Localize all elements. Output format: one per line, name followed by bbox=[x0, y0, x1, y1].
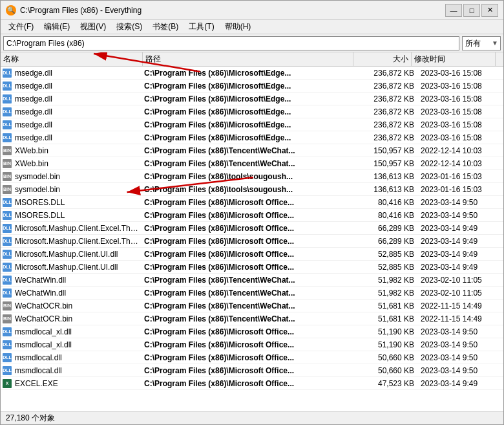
menu-item-f[interactable]: 文件(F) bbox=[3, 20, 39, 34]
app-icon: 🔍 bbox=[6, 5, 16, 16]
file-size: 236,872 KB bbox=[361, 133, 419, 142]
table-row[interactable]: DLLmsedge.dllC:\Program Files (x86)\Micr… bbox=[1, 80, 503, 93]
dll-icon: DLL bbox=[3, 353, 12, 362]
bin-icon: BIN bbox=[3, 314, 12, 323]
file-size: 52,885 KB bbox=[361, 250, 419, 259]
table-row[interactable]: DLLMicrosoft.Mashup.Client.UI.dllC:\Prog… bbox=[1, 261, 503, 274]
table-row[interactable]: DLLWeChatWin.dllC:\Program Files (x86)\T… bbox=[1, 287, 503, 300]
table-body[interactable]: DLLmsedge.dllC:\Program Files (x86)\Micr… bbox=[1, 67, 503, 411]
table-row[interactable]: DLLMicrosoft.Mashup.Client.Excel.Themes.… bbox=[1, 222, 503, 235]
table-row[interactable]: DLLmsedge.dllC:\Program Files (x86)\Micr… bbox=[1, 118, 503, 131]
file-path: C:\Program Files (x86)\Tencent\WeChat... bbox=[143, 146, 361, 155]
file-size: 236,872 KB bbox=[361, 82, 419, 91]
bin-icon: BIN bbox=[3, 301, 12, 311]
file-path: C:\Program Files (x86)\Tencent\WeChat... bbox=[143, 301, 361, 311]
file-date: 2023-03-14 9:49 bbox=[419, 379, 503, 388]
file-size: 51,190 KB bbox=[361, 327, 419, 336]
dll-icon: DLL bbox=[3, 94, 12, 104]
file-name: WeChatOCR.bin bbox=[14, 314, 143, 323]
dll-icon: DLL bbox=[3, 120, 12, 129]
table-row[interactable]: BINsysmodel.binC:\Program Files (x86)\to… bbox=[1, 170, 503, 183]
filter-dropdown[interactable]: 所有音乐视频图片文档 bbox=[462, 36, 501, 50]
file-name: msedge.dll bbox=[14, 82, 143, 91]
file-table-container: 名称 路径 大小 修改时间 DLLmsedge.dllC:\Program Fi… bbox=[1, 52, 503, 411]
file-name: WeChatOCR.bin bbox=[14, 301, 143, 311]
table-row[interactable]: DLLmsmdlocal_xl.dllC:\Program Files (x86… bbox=[1, 338, 503, 351]
file-name: sysmodel.bin bbox=[14, 172, 143, 181]
excel-icon: X bbox=[3, 379, 12, 388]
table-row[interactable]: BINsysmodel.binC:\Program Files (x86)\to… bbox=[1, 183, 503, 196]
title-bar: 🔍 C:\Program Files (x86) - Everything — … bbox=[1, 1, 503, 20]
menu-item-t[interactable]: 工具(T) bbox=[184, 20, 219, 34]
file-size: 51,681 KB bbox=[361, 301, 419, 311]
table-row[interactable]: DLLmsmdlocal.dllC:\Program Files (x86)\M… bbox=[1, 351, 503, 364]
file-size: 51,681 KB bbox=[361, 314, 419, 323]
maximize-button[interactable]: □ bbox=[463, 4, 480, 17]
bin-icon: BIN bbox=[3, 172, 12, 181]
table-row[interactable]: DLLmsedge.dllC:\Program Files (x86)\Micr… bbox=[1, 131, 503, 144]
file-name: msmdlocal_xl.dll bbox=[14, 327, 143, 336]
menu-item-b[interactable]: 书签(B) bbox=[147, 20, 184, 34]
window-controls: — □ ✕ bbox=[445, 4, 498, 17]
file-name: MSORES.DLL bbox=[14, 198, 143, 207]
file-size: 50,660 KB bbox=[361, 353, 419, 362]
table-row[interactable]: BINWeChatOCR.binC:\Program Files (x86)\T… bbox=[1, 312, 503, 325]
table-row[interactable]: DLLMicrosoft.Mashup.Client.Excel.Themes.… bbox=[1, 235, 503, 248]
file-date: 2023-01-16 15:03 bbox=[419, 172, 503, 181]
file-path: C:\Program Files (x86)\tools\sougoush... bbox=[143, 172, 361, 181]
search-input[interactable] bbox=[3, 36, 459, 50]
dll-icon: DLL bbox=[3, 211, 12, 220]
file-size: 51,982 KB bbox=[361, 289, 419, 298]
table-row[interactable]: BINWeChatOCR.binC:\Program Files (x86)\T… bbox=[1, 300, 503, 312]
close-button[interactable]: ✕ bbox=[481, 4, 498, 17]
table-row[interactable]: DLLmsmdlocal.dllC:\Program Files (x86)\M… bbox=[1, 364, 503, 377]
menu-item-h[interactable]: 帮助(H) bbox=[220, 20, 257, 34]
minimize-button[interactable]: — bbox=[445, 4, 462, 17]
file-path: C:\Program Files (x86)\Microsoft Office.… bbox=[143, 366, 361, 375]
file-date: 2023-03-14 9:50 bbox=[419, 211, 503, 220]
table-row[interactable]: DLLMSORES.DLLC:\Program Files (x86)\Micr… bbox=[1, 196, 503, 209]
bin-icon: BIN bbox=[3, 146, 12, 155]
table-row[interactable]: DLLWeChatWin.dllC:\Program Files (x86)\T… bbox=[1, 274, 503, 287]
menu-item-v[interactable]: 视图(V) bbox=[75, 20, 111, 34]
file-name: msedge.dll bbox=[14, 69, 143, 78]
file-date: 2023-03-16 15:08 bbox=[419, 69, 503, 78]
file-date: 2023-03-14 9:49 bbox=[419, 237, 503, 246]
table-row[interactable]: BINXWeb.binC:\Program Files (x86)\Tencen… bbox=[1, 157, 503, 170]
table-row[interactable]: DLLmsmdlocal_xl.dllC:\Program Files (x86… bbox=[1, 325, 503, 338]
file-size: 136,613 KB bbox=[361, 172, 419, 181]
filter-wrapper: 所有音乐视频图片文档 ▼ bbox=[462, 36, 501, 50]
file-date: 2023-03-16 15:08 bbox=[419, 94, 503, 104]
file-name: Microsoft.Mashup.Client.UI.dll bbox=[14, 250, 143, 259]
menu-item-e[interactable]: 编辑(E) bbox=[39, 20, 75, 34]
file-size: 150,957 KB bbox=[361, 159, 419, 168]
column-header-date[interactable]: 修改时间 bbox=[412, 52, 496, 66]
file-path: C:\Program Files (x86)\Microsoft\Edge... bbox=[143, 120, 361, 129]
search-bar: 所有音乐视频图片文档 ▼ bbox=[1, 34, 503, 52]
file-name: msedge.dll bbox=[14, 107, 143, 116]
file-path: C:\Program Files (x86)\Microsoft Office.… bbox=[143, 327, 361, 336]
bin-icon: BIN bbox=[3, 159, 12, 168]
file-path: C:\Program Files (x86)\Tencent\WeChat... bbox=[143, 314, 361, 323]
menu-item-s[interactable]: 搜索(S) bbox=[111, 20, 147, 34]
table-row[interactable]: XEXCEL.EXEC:\Program Files (x86)\Microso… bbox=[1, 377, 503, 390]
table-row[interactable]: DLLmsedge.dllC:\Program Files (x86)\Micr… bbox=[1, 93, 503, 105]
file-path: C:\Program Files (x86)\Microsoft\Edge... bbox=[143, 69, 361, 78]
dll-icon: DLL bbox=[3, 224, 12, 233]
file-name: Microsoft.Mashup.Client.Excel.Themes... bbox=[14, 237, 143, 246]
file-date: 2023-03-16 15:08 bbox=[419, 107, 503, 116]
file-path: C:\Program Files (x86)\Microsoft\Edge... bbox=[143, 82, 361, 91]
file-name: WeChatWin.dll bbox=[14, 276, 143, 285]
file-path: C:\Program Files (x86)\Microsoft\Edge... bbox=[143, 94, 361, 104]
column-header-name[interactable]: 名称 bbox=[1, 52, 143, 66]
column-header-path[interactable]: 路径 bbox=[143, 52, 353, 66]
column-header-size[interactable]: 大小 bbox=[353, 52, 412, 66]
table-row[interactable]: BINXWeb.binC:\Program Files (x86)\Tencen… bbox=[1, 144, 503, 157]
table-row[interactable]: DLLMicrosoft.Mashup.Client.UI.dllC:\Prog… bbox=[1, 248, 503, 261]
table-row[interactable]: DLLMSORES.DLLC:\Program Files (x86)\Micr… bbox=[1, 209, 503, 222]
table-row[interactable]: DLLmsedge.dllC:\Program Files (x86)\Micr… bbox=[1, 67, 503, 80]
object-count: 27,180 个对象 bbox=[6, 413, 55, 424]
table-row[interactable]: DLLmsedge.dllC:\Program Files (x86)\Micr… bbox=[1, 105, 503, 118]
file-name: msedge.dll bbox=[14, 120, 143, 129]
file-size: 66,289 KB bbox=[361, 224, 419, 233]
